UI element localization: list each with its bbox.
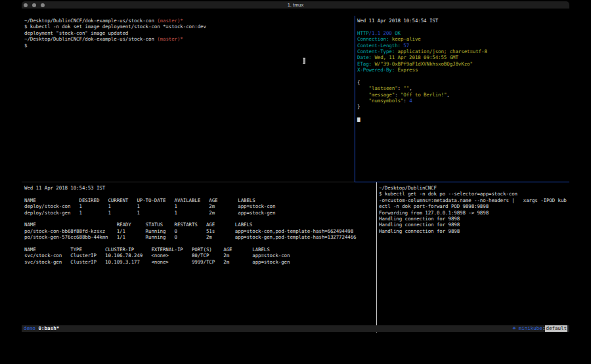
terminal-line: "numsymbols": 4 (357, 98, 571, 104)
terminal-line: po/stock-con-bb68f88fd-kzsxz 1/1 Running… (24, 228, 379, 234)
pane-top-left-shell[interactable]: ~/Desktop/DublinCNCF/dok-example-us/stoc… (22, 16, 357, 184)
text-segment: Content-Type: (357, 49, 395, 54)
terminal-line: Handling connection for 9898 (379, 216, 571, 222)
terminal-line: deployment "stock-con" image updated (24, 30, 357, 36)
pane-divider-vertical-top[interactable] (355, 16, 355, 182)
kube-context: minikube (519, 325, 542, 332)
mouse-ibeam-cursor (302, 58, 306, 64)
terminal-line: { (357, 79, 571, 85)
terminal-line: deploy/stock-gen 1 1 1 1 2m app=stock-ge… (24, 210, 379, 216)
window-title: 1. tmux (22, 2, 569, 8)
terminal-line: svc/stock-gen ClusterIP 10.109.3.177 <no… (24, 259, 379, 265)
text-segment: /1.1 200 (369, 30, 395, 36)
text-segment: po/stock-con-bb68f88fd-kzsxz 1/1 Running… (24, 228, 353, 234)
text-segment: $ kubectl -n dok set image deployment/st… (24, 24, 206, 30)
terminal-line: NAME TYPE CLUSTER-IP EXTERNAL-IP PORT(S)… (24, 247, 379, 253)
kube-namespace: default (545, 325, 567, 332)
text-segment: "" (403, 85, 409, 91)
session-name: demo (24, 325, 35, 332)
text-segment: svc/stock-con ClusterIP 10.106.78.249 <n… (24, 253, 290, 258)
text-segment: : (395, 92, 401, 98)
text-segment: HTTP (357, 30, 369, 36)
terminal-line: deploy/stock-con 1 1 1 1 2m app=stock-co… (24, 203, 379, 209)
window-list-item-active[interactable]: 0:bash* (39, 325, 60, 332)
text-segment: 4 (409, 98, 412, 104)
terminal-line: Date: Wed, 11 Apr 2018 09:54:55 GMT (357, 54, 571, 60)
text-segment: Connection: (357, 36, 389, 42)
text-segment: "message" (369, 92, 395, 98)
terminal-window: 1. tmux ~/Desktop/DublinCNCF/dok-example… (22, 1, 569, 331)
terminal-line: X-Powered-By: Express (357, 67, 571, 73)
pane-top-right-http-response[interactable]: Wed 11 Apr 2018 10:54:54 IST HTTP/1.1 20… (355, 16, 571, 184)
text-segment: OK (395, 30, 401, 36)
text-segment: application/json; charset=utf-8 (395, 49, 487, 54)
pane-bottom-right-port-forward[interactable]: ~/Desktop/DublinCNCF$ kubectl get -n dok… (377, 182, 571, 335)
terminal-line: po/stock-gen-576cc688bb-44kmn 1/1 Runnin… (24, 234, 379, 240)
terminal-line (24, 191, 379, 197)
text-segment: ~/Desktop/DublinCNCF/dok-example-us/stoc… (24, 36, 157, 42)
terminal-line: "lastseen": "", (357, 85, 571, 91)
text-segment: Wed 11 Apr 2018 10:54:54 IST (357, 18, 438, 24)
text-segment: ▆ (357, 116, 360, 122)
window-titlebar[interactable]: 1. tmux (22, 1, 569, 9)
terminal-line: "message": "Off to Berlin!", (357, 92, 571, 98)
terminal-line: Content-Length: 57 (357, 43, 571, 49)
text-segment: NAME READY STATUS RESTARTS AGE LABELS (24, 222, 252, 228)
desktop-background: 1. tmux ~/Desktop/DublinCNCF/dok-example… (0, 0, 591, 364)
tmux-client-area: ~/Desktop/DublinCNCF/dok-example-us/stoc… (22, 9, 569, 325)
text-segment (357, 98, 369, 104)
terminal-line: } (357, 104, 571, 110)
text-segment: , (447, 92, 449, 98)
text-segment: , (409, 85, 412, 91)
terminal-line: Handling connection for 9898 (379, 228, 571, 234)
terminal-line: $ kubectl -n dok set image deployment/st… (24, 24, 357, 30)
terminal-line: ▆ (357, 116, 571, 122)
text-segment: deployment "stock-con" image updated (24, 30, 128, 36)
pane-divider-horizontal-left[interactable] (22, 182, 355, 182)
text-segment: -o=custom-columns=:metadata.name --no-he… (379, 197, 567, 203)
text-segment: "numsymbols" (369, 98, 404, 104)
terminal-line: ~/Desktop/DublinCNCF/dok-example-us/stoc… (24, 18, 357, 24)
text-segment: NAME DESIRED CURRENT UP-TO-DATE AVAILABL… (24, 197, 255, 203)
text-segment: "Off to Berlin!" (401, 92, 447, 98)
terminal-line: HTTP/1.1 200 OK (357, 30, 571, 36)
text-segment: Wed 11 Apr 2018 10:54:53 IST (24, 185, 105, 191)
terminal-line: ETag: W/"39-0xBPf9aF1dXVNkhsxoBQgJ8vKzo" (357, 61, 571, 67)
text-segment: svc/stock-gen ClusterIP 10.109.3.177 <no… (24, 259, 290, 265)
text-segment: Handling connection for 9898 (379, 216, 460, 222)
terminal-line: svc/stock-con ClusterIP 10.106.78.249 <n… (24, 253, 379, 258)
text-segment: Handling connection for 9898 (379, 228, 460, 234)
terminal-line: ectl -n dok port-forward POD 9898:9898 (379, 203, 571, 209)
text-segment: } (357, 104, 360, 110)
text-segment: Date: (357, 54, 372, 60)
tmux-status-bar: demo 0:bash* ☸ minikube:default (22, 325, 569, 332)
terminal-line (357, 110, 571, 116)
terminal-line: NAME READY STATUS RESTARTS AGE LABELS (24, 222, 379, 228)
pane-divider-vertical-bottom[interactable] (376, 182, 377, 333)
terminal-line (357, 24, 571, 30)
pane-divider-horizontal-right[interactable] (355, 182, 569, 182)
terminal-line: -o=custom-columns=:metadata.name --no-he… (379, 197, 571, 203)
pane-bottom-left-kubectl-watch[interactable]: Wed 11 Apr 2018 10:54:53 IST NAME DESIRE… (22, 182, 379, 335)
text-segment: ETag: (357, 61, 372, 67)
terminal-line (24, 216, 379, 222)
text-segment: $ kubectl get -n dok po --selector=app=s… (379, 191, 517, 197)
terminal-line (24, 241, 379, 247)
terminal-line: Content-Type: application/json; charset=… (357, 49, 571, 54)
terminal-line: Wed 11 Apr 2018 10:54:54 IST (357, 18, 571, 24)
text-segment (357, 85, 369, 91)
text-segment: : (403, 98, 409, 104)
text-segment: Content-Length: (357, 43, 401, 49)
text-segment: deploy/stock-gen 1 1 1 1 2m app=stock-ge… (24, 210, 275, 216)
text-segment: ectl -n dok port-forward POD 9898:9898 (379, 203, 489, 209)
terminal-line: ~/Desktop/DublinCNCF/dok-example-us/stoc… (24, 36, 357, 42)
text-segment: { (357, 79, 360, 85)
text-segment: keep-alive (389, 36, 420, 42)
text-segment: Forwarding from 127.0.0.1:9898 -> 9898 (379, 210, 489, 216)
text-segment (357, 92, 369, 98)
text-segment: (master)* (157, 36, 183, 42)
terminal-line: Connection: keep-alive (357, 36, 571, 42)
text-segment: ~/Desktop/DublinCNCF (379, 185, 437, 191)
terminal-line: NAME DESIRED CURRENT UP-TO-DATE AVAILABL… (24, 197, 379, 203)
terminal-line: ~/Desktop/DublinCNCF (379, 185, 571, 191)
